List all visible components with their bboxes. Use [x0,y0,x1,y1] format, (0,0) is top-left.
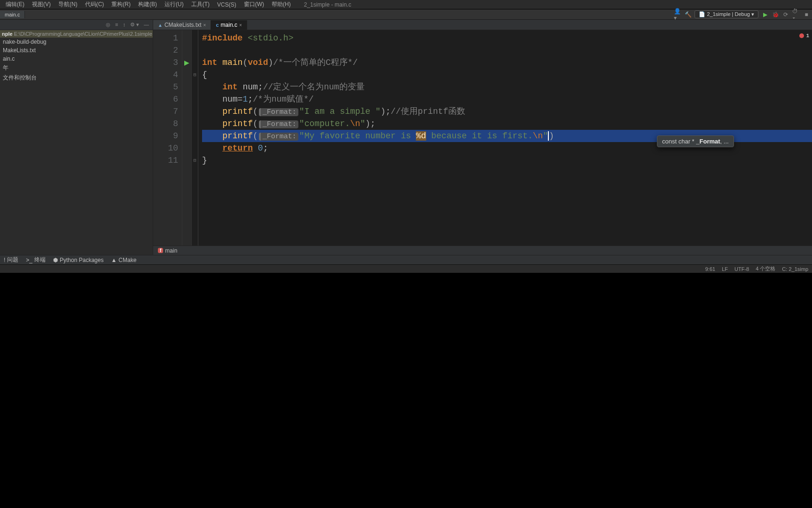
bottom-tool-bar: !问题 >_终端 ⬢Python Packages ▲CMake [0,255,812,264]
hide-icon[interactable]: — [144,22,149,28]
menu-code[interactable]: 代码(C) [81,0,108,8]
terminal-icon: >_ [26,257,32,263]
menu-tools[interactable]: 工具(T) [187,0,213,8]
cmake-icon: ▲ [158,23,163,28]
error-count: 1 [806,33,809,39]
c-file-icon: c [216,22,219,28]
collapse-icon[interactable]: ≡ [115,22,118,28]
line-ending[interactable]: LF [722,266,728,272]
code-area[interactable]: 1234 5678 91011 ▶ ⊟ ⊟ #include <stdio.h> [153,30,812,246]
run-config-label: 📄 2_1simple | Debug ▾ [699,11,754,17]
close-icon[interactable]: × [239,23,242,28]
profile-icon[interactable]: ⏱▾ [792,11,800,18]
debug-icon[interactable]: 🐞 [772,11,779,18]
tree-item[interactable]: MakeLists.txt [0,46,153,55]
indent-info[interactable]: 4 个空格 [756,265,775,272]
cursor-position[interactable]: 9:61 [705,266,715,272]
menu-build[interactable]: 构建(B) [134,0,161,8]
tab-label: main.c [221,22,237,28]
menu-vcs[interactable]: VCS(S) [213,1,240,8]
context-info[interactable]: C: 2_1simp [782,266,808,272]
tree-item[interactable]: nake-build-debug [0,38,153,46]
target-icon[interactable]: ◎ [106,22,110,28]
run-icon[interactable]: ▶ [761,11,769,18]
line-number-gutter: 1234 5678 91011 [153,30,182,246]
editor-tabs: ▲ CMakeLists.txt × c main.c × [153,20,812,30]
sidebar-toolbar: ◎ ≡ ↕ ⚙ ▾ — [0,20,153,30]
editor-area: ▲ CMakeLists.txt × c main.c × 1234 5678 … [153,20,812,255]
cmake-tool[interactable]: ▲CMake [111,257,136,263]
param-hint: _Format: [259,133,298,141]
project-sidebar: ◎ ≡ ↕ ⚙ ▾ — nple E:\D\CProgrammingLangua… [0,20,153,255]
package-icon: ⬢ [53,257,58,263]
menu-view[interactable]: 视图(V) [28,0,55,8]
expand-icon[interactable]: ↕ [123,22,125,28]
settings-icon[interactable]: ⚙ ▾ [130,22,139,28]
tab-main-c[interactable]: c main.c × [211,20,247,30]
error-dot-icon [799,33,804,38]
breadcrumb[interactable]: f main [153,246,812,255]
run-gutter: ▶ [182,30,192,246]
project-root-name: nple [2,31,13,37]
python-packages-tool[interactable]: ⬢Python Packages [53,257,103,263]
menu-help[interactable]: 帮助(H) [268,0,295,8]
menu-edit[interactable]: 编辑(E) [2,0,28,8]
run-config-selector[interactable]: 📄 2_1simple | Debug ▾ [695,10,758,18]
encoding[interactable]: UTF-8 [734,266,749,272]
cmake-icon: ▲ [111,257,117,263]
run-toolbar: 👤▾ 🔨 📄 2_1simple | Debug ▾ ▶ 🐞 ⟳ ⏱▾ ■ [674,10,812,18]
warning-icon: ! [4,257,5,263]
fold-open-icon[interactable]: ⊟ [192,69,198,81]
status-bar: 9:61 LF UTF-8 4 个空格 C: 2_1simp [0,264,812,273]
stop-icon[interactable]: ■ [803,11,810,18]
param-hint: _Format: [259,108,298,116]
user-icon[interactable]: 👤▾ [674,11,681,18]
main-row: ◎ ≡ ↕ ⚙ ▾ — nple E:\D\CProgrammingLangua… [0,20,812,255]
param-hint: _Format: [259,120,298,128]
terminal-tool[interactable]: >_终端 [26,256,46,264]
menu-window[interactable]: 窗口(W) [240,0,268,8]
error-indicator[interactable]: 1 [799,33,809,39]
menu-navigate[interactable]: 导航(N) [55,0,81,8]
run-line-icon[interactable]: ▶ [182,56,191,69]
fold-close-icon[interactable]: ⊟ [192,154,198,167]
open-file-tab[interactable]: main.c [0,11,25,18]
coverage-icon[interactable]: ⟳ [782,11,789,18]
menu-refactor[interactable]: 重构(R) [108,0,134,8]
menubar: 编辑(E) 视图(V) 导航(N) 代码(C) 重构(R) 构建(B) 运行(U… [0,0,812,9]
tree-item[interactable]: ain.c [0,55,153,63]
problems-tool[interactable]: !问题 [4,256,18,264]
fold-gutter: ⊟ ⊟ [192,30,198,246]
tab-cmakelists[interactable]: ▲ CMakeLists.txt × [153,20,211,30]
top-tab-bar: main.c 👤▾ 🔨 📄 2_1simple | Debug ▾ ▶ 🐞 ⟳ … [0,9,812,20]
hammer-icon[interactable]: 🔨 [684,11,692,18]
menu-run[interactable]: 运行(U) [161,0,187,8]
breadcrumb-label: main [165,247,177,254]
bottom-black-area [0,273,812,508]
tab-label: CMakeLists.txt [164,22,202,28]
project-root[interactable]: nple E:\D\CProgrammingLanguage\CLion\CPr… [0,30,153,38]
tree-item[interactable]: 文件和控制台 [0,73,153,83]
parameter-info-tooltip: const char * _Format, ... [657,135,734,147]
title-bar-project: 2_1simple - main.c [304,1,351,8]
project-root-path: E:\D\CProgrammingLanguage\CLion\CPrimerP… [14,31,152,37]
function-badge-icon: f [158,248,163,253]
close-icon[interactable]: × [203,23,206,28]
code-lines[interactable]: #include <stdio.h> int main(void)/*一个简单的… [198,30,812,246]
tree-item[interactable]: 年 [0,63,153,73]
